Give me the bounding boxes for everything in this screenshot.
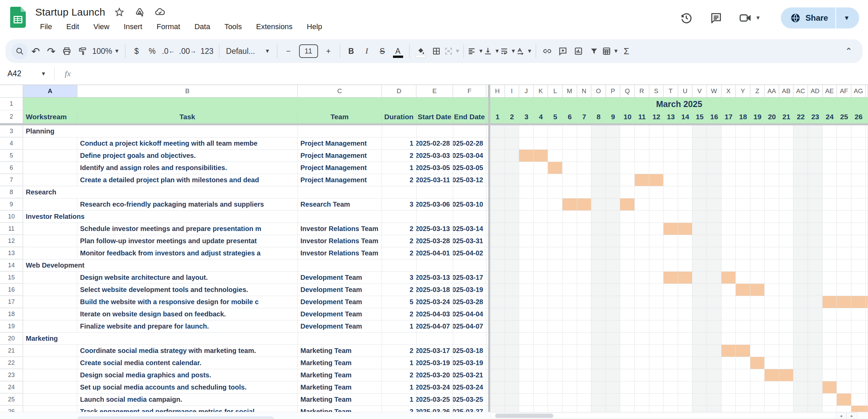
cell-workstream[interactable]: Planning	[23, 125, 298, 137]
row-number[interactable]: 5	[0, 150, 23, 162]
cell-duration[interactable]	[382, 186, 417, 198]
gantt-cell[interactable]	[736, 333, 750, 344]
gantt-cell-sliver[interactable]	[866, 369, 868, 381]
header-team[interactable]: Team	[298, 110, 382, 123]
gantt-cell[interactable]	[664, 223, 678, 235]
cell-task[interactable]: Research eco-friendly packaging material…	[77, 198, 298, 210]
create-filter-icon[interactable]	[586, 43, 602, 59]
gantt-cell[interactable]	[635, 369, 649, 381]
gantt-cell[interactable]	[649, 198, 664, 210]
day-header-1[interactable]: 1	[490, 110, 505, 123]
gantt-cell[interactable]	[736, 320, 750, 332]
gantt-cell[interactable]	[736, 138, 750, 149]
gantt-cell[interactable]	[736, 369, 750, 381]
gantt-cell[interactable]	[851, 284, 866, 296]
row-number[interactable]: 10	[0, 211, 23, 223]
gantt-cell[interactable]	[808, 381, 823, 393]
gantt-cell[interactable]	[837, 369, 851, 381]
gantt-cell[interactable]	[505, 211, 519, 223]
version-history-icon[interactable]	[679, 11, 694, 25]
gantt-cell[interactable]	[649, 150, 664, 162]
gantt-cell[interactable]	[823, 235, 837, 247]
gantt-cell[interactable]	[779, 138, 794, 149]
day-header-10[interactable]: 10	[620, 110, 635, 123]
gantt-cell[interactable]	[635, 247, 649, 259]
gantt-cell[interactable]	[635, 211, 649, 223]
gantt-cell[interactable]	[490, 198, 505, 210]
gantt-cell[interactable]	[823, 333, 837, 344]
cell-task[interactable]: Build the website with a responsive desi…	[77, 296, 298, 308]
cell-start-date[interactable]: 2025-03-06	[416, 198, 453, 210]
gantt-cell[interactable]	[750, 198, 765, 210]
gantt-cell[interactable]	[505, 333, 519, 344]
cell-end-date[interactable]: 2025-04-07	[453, 320, 486, 332]
gantt-cell[interactable]	[793, 235, 808, 247]
gantt-cell[interactable]	[837, 138, 851, 149]
gantt-cell[interactable]	[664, 247, 678, 259]
gantt-cell[interactable]	[490, 138, 505, 149]
gantt-cell[interactable]	[519, 235, 534, 247]
gantt-cell[interactable]	[837, 381, 851, 393]
cell-start-date[interactable]: 2025-03-17	[416, 345, 453, 357]
gantt-cell[interactable]	[649, 272, 664, 284]
gantt-cell[interactable]	[505, 235, 519, 247]
gantt-cell[interactable]	[635, 320, 649, 332]
cell-end-date[interactable]	[453, 333, 487, 344]
gantt-cell-sliver[interactable]	[866, 320, 868, 332]
menu-help[interactable]: Help	[302, 21, 327, 33]
gantt-cell[interactable]	[490, 333, 505, 344]
gantt-cell[interactable]	[692, 150, 707, 162]
cell-workstream[interactable]	[23, 247, 77, 259]
cell-workstream[interactable]: Research	[23, 186, 298, 198]
comments-icon[interactable]	[709, 11, 724, 25]
gantt-cell[interactable]	[736, 357, 750, 369]
font-select[interactable]: Defaul...▼	[223, 43, 274, 59]
gantt-cell[interactable]	[779, 369, 794, 381]
gantt-cell[interactable]	[620, 125, 635, 137]
gantt-cell[interactable]	[519, 284, 534, 296]
gantt-cell[interactable]	[808, 174, 823, 186]
gantt-cell[interactable]	[649, 162, 664, 174]
gantt-cell[interactable]	[793, 150, 808, 162]
search-icon[interactable]	[12, 43, 28, 59]
gantt-cell[interactable]	[678, 235, 693, 247]
gantt-cell[interactable]	[722, 369, 736, 381]
cell-start-date[interactable]: 2025-03-20	[416, 369, 453, 381]
day-header-15[interactable]: 15	[692, 110, 707, 123]
gantt-cell[interactable]	[707, 150, 722, 162]
gantt-cell[interactable]	[649, 125, 664, 137]
cell-task[interactable]: Identify and assign roles and responsibi…	[77, 162, 298, 174]
gantt-cell[interactable]	[793, 125, 808, 137]
gantt-cell[interactable]	[823, 284, 837, 296]
freeze-divider-horizontal[interactable]	[0, 123, 868, 125]
gantt-cell-sliver[interactable]	[866, 235, 868, 247]
gantt-cell-sliver[interactable]	[866, 381, 868, 393]
gantt-cell[interactable]	[707, 247, 722, 259]
gantt-cell[interactable]	[765, 174, 779, 186]
gantt-cell[interactable]	[707, 138, 722, 149]
gantt-cell[interactable]	[722, 198, 736, 210]
cell-start-date[interactable]: 2025-03-24	[416, 296, 453, 308]
month-header-cell[interactable]: March 2025	[490, 98, 868, 110]
gantt-cell[interactable]	[577, 345, 592, 357]
gantt-cell[interactable]	[534, 284, 548, 296]
gantt-cell[interactable]	[490, 369, 505, 381]
gantt-cell[interactable]	[577, 162, 592, 174]
gantt-cell[interactable]	[519, 357, 534, 369]
header-duration[interactable]: Duration	[382, 110, 416, 123]
gantt-cell[interactable]	[563, 394, 577, 405]
gantt-cell[interactable]	[765, 247, 779, 259]
gantt-cell[interactable]	[591, 369, 606, 381]
gantt-cell[interactable]	[490, 345, 505, 357]
gantt-cell[interactable]	[736, 150, 750, 162]
gantt-cell[interactable]	[808, 272, 823, 284]
column-header-E[interactable]: E	[416, 85, 453, 98]
header-workstream[interactable]: Workstream	[23, 110, 77, 123]
cell-workstream[interactable]	[23, 272, 77, 284]
cell-duration[interactable]: 2	[382, 174, 416, 186]
gantt-cell[interactable]	[548, 150, 563, 162]
gantt-cell[interactable]	[750, 296, 765, 308]
gantt-cell[interactable]	[678, 211, 693, 223]
gantt-cell[interactable]	[606, 369, 620, 381]
gantt-cell[interactable]	[620, 357, 635, 369]
